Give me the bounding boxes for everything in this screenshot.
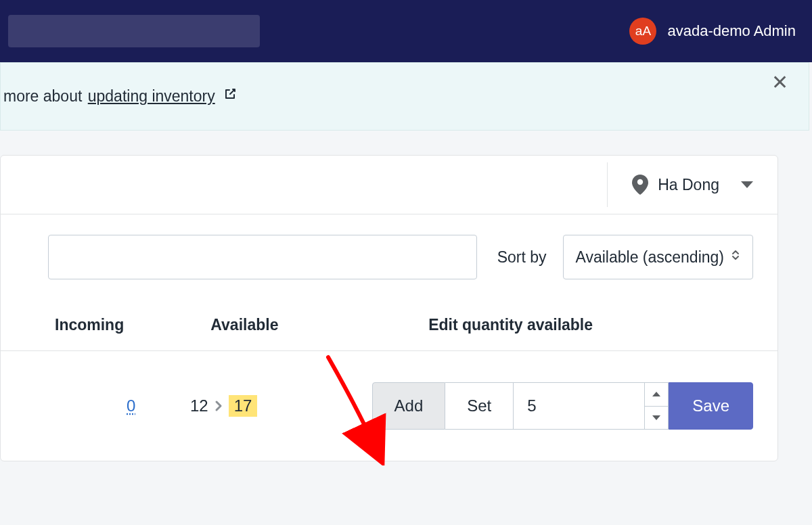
- incoming-link[interactable]: 0: [127, 396, 135, 415]
- cell-incoming: 0: [55, 396, 190, 415]
- close-icon[interactable]: ✕: [771, 72, 788, 93]
- quantity-input[interactable]: 5: [514, 382, 645, 430]
- stepper-down[interactable]: [645, 407, 668, 430]
- sort-select[interactable]: Available (ascending): [563, 235, 754, 279]
- search-input[interactable]: [8, 15, 260, 47]
- external-link-icon: [223, 87, 237, 104]
- top-navigation: aA avada-demo Admin: [0, 0, 812, 62]
- caret-down-icon: [652, 415, 660, 420]
- avatar-initials: aA: [635, 24, 651, 39]
- table-row: 0 12 17 Add Set 5 Save: [1, 351, 777, 461]
- set-button[interactable]: Set: [445, 382, 514, 430]
- cell-available: 12 17: [190, 395, 337, 417]
- banner-link[interactable]: updating inventory: [88, 87, 215, 105]
- column-incoming: Incoming: [55, 316, 210, 334]
- column-available: Available: [210, 316, 340, 334]
- inventory-card: Ha Dong Sort by Available (ascending) In…: [0, 155, 778, 461]
- avatar: aA: [629, 18, 656, 45]
- filter-input[interactable]: [48, 235, 477, 279]
- chevron-right-icon: [214, 399, 223, 413]
- available-old: 12: [190, 396, 208, 415]
- sort-label: Sort by: [497, 248, 547, 267]
- stepper-up[interactable]: [645, 383, 668, 407]
- chevron-down-icon: [741, 181, 753, 188]
- username-label: avada-demo Admin: [667, 22, 796, 40]
- banner-text: more about: [3, 87, 87, 105]
- divider: [607, 162, 608, 207]
- edit-quantity-controls: Add Set 5 Save: [372, 382, 753, 430]
- location-selector[interactable]: Ha Dong: [632, 175, 753, 195]
- add-button[interactable]: Add: [372, 382, 446, 430]
- available-new: 17: [229, 395, 258, 417]
- location-label: Ha Dong: [658, 176, 719, 194]
- save-button[interactable]: Save: [669, 382, 753, 430]
- sort-caret-icon: [731, 248, 740, 264]
- quantity-stepper: [645, 382, 669, 430]
- location-icon: [632, 175, 648, 195]
- location-bar: Ha Dong: [1, 156, 777, 214]
- table-header: Incoming Available Edit quantity availab…: [1, 293, 777, 351]
- info-banner: more about updating inventory ✕: [0, 62, 809, 131]
- svg-point-0: [637, 179, 643, 185]
- sort-value: Available (ascending): [576, 248, 725, 267]
- filters-row: Sort by Available (ascending): [1, 214, 777, 293]
- column-edit-quantity: Edit quantity available: [428, 316, 753, 334]
- caret-up-icon: [652, 392, 660, 396]
- user-menu[interactable]: aA avada-demo Admin: [629, 18, 796, 45]
